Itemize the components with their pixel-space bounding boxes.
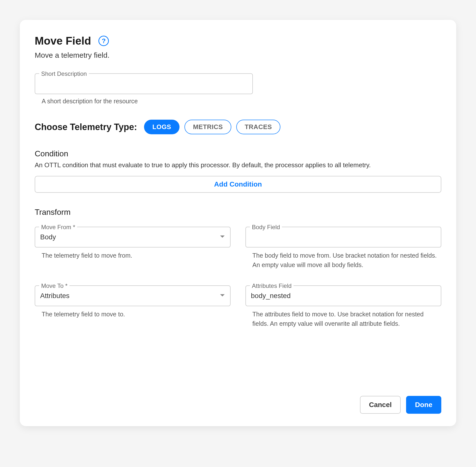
- move-to-label: Move To *: [39, 282, 69, 289]
- telemetry-chip-traces[interactable]: TRACES: [236, 120, 280, 134]
- transform-title: Transform: [35, 208, 441, 217]
- attributes-field-helper: The attributes field to move to. Use bra…: [252, 310, 441, 328]
- short-description-group: Short Description A short description fo…: [35, 73, 441, 105]
- move-from-cell: Move From * The telemetry field to move …: [35, 227, 231, 270]
- help-icon[interactable]: ?: [98, 36, 109, 46]
- attributes-field-label: Attributes Field: [250, 282, 294, 289]
- telemetry-chip-logs[interactable]: LOGS: [144, 120, 180, 134]
- cancel-button[interactable]: Cancel: [360, 396, 401, 414]
- transform-grid: Move From * The telemetry field to move …: [35, 227, 441, 328]
- dialog-subtitle: Move a telemetry field.: [35, 51, 441, 59]
- short-description-helper: A short description for the resource: [42, 98, 441, 105]
- body-field-cell: Body Field The body field to move from. …: [245, 227, 441, 270]
- move-to-helper: The telemetry field to move to.: [42, 310, 231, 319]
- condition-title: Condition: [35, 149, 441, 158]
- add-condition-button[interactable]: Add Condition: [35, 176, 441, 193]
- short-description-label: Short Description: [39, 70, 89, 77]
- body-field-label: Body Field: [250, 224, 282, 231]
- done-button[interactable]: Done: [406, 396, 441, 414]
- move-from-helper: The telemetry field to move from.: [42, 251, 231, 260]
- move-to-cell: Move To * The telemetry field to move to…: [35, 285, 231, 328]
- dialog-title: Move Field: [35, 35, 91, 47]
- condition-description: An OTTL condition that must evaluate to …: [35, 161, 441, 169]
- attributes-field-cell: Attributes Field The attributes field to…: [245, 285, 441, 328]
- move-field-dialog: Move Field ? Move a telemetry field. Sho…: [20, 20, 456, 426]
- telemetry-chip-group: LOGS METRICS TRACES: [144, 120, 280, 134]
- telemetry-type-label: Choose Telemetry Type:: [35, 122, 137, 132]
- telemetry-chip-metrics[interactable]: METRICS: [184, 120, 231, 134]
- move-from-label: Move From *: [39, 224, 77, 231]
- dialog-footer: Cancel Done: [35, 386, 441, 414]
- telemetry-type-row: Choose Telemetry Type: LOGS METRICS TRAC…: [35, 120, 441, 134]
- body-field-helper: The body field to move from. Use bracket…: [252, 251, 441, 270]
- dialog-header: Move Field ?: [35, 35, 441, 47]
